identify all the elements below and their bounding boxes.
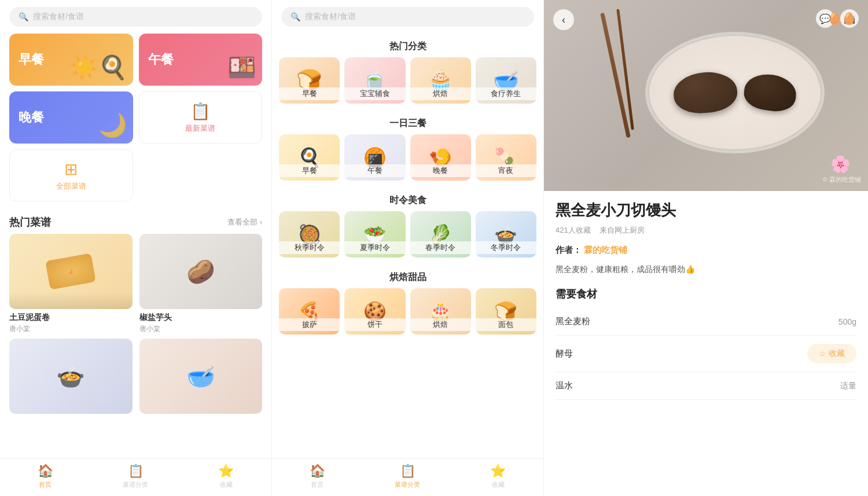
recipe-author-1: 唐小棠 [9,324,133,334]
search-placeholder-panel1: 搜索食材/食谱 [33,12,84,22]
nav-category-label-panel1: 菜谱分类 [123,480,148,489]
recipe-watermark: © 霖的吃货铺 [823,175,861,184]
ingredient-amount-3: 适量 [840,381,856,391]
nav-category-panel2[interactable]: 📋 菜谱分类 [362,464,453,489]
seasonal-autumn[interactable]: 🥘 秋季时令 [279,211,340,258]
category-icon-panel1: 📋 [128,464,144,479]
category-all-recipes[interactable]: ⊞ 全部菜谱 [9,149,133,201]
baking-pizza[interactable]: 🍕 披萨 [279,288,340,335]
search-bar-panel2[interactable]: 🔍 搜索食材/食谱 [281,7,534,27]
category-breakfast-icon: ☀️🍳 [69,54,127,81]
hot-cat-health[interactable]: 🥣 食疗养生 [476,57,536,104]
category-breakfast[interactable]: 早餐 ☀️🍳 [9,34,133,86]
hot-cat-baking[interactable]: 🧁 烘焙 [410,57,471,104]
nav-home-label-panel2: 首页 [311,480,323,489]
recipe-author-name: 霖的吃货铺 [584,245,627,255]
hot-cat-health-label: 食疗养生 [476,87,536,100]
recipe-grid: 🥚 土豆泥蛋卷 唐小棠 🥔 椒盐芋头 唐小棠 [0,234,271,339]
ingredient-name-1: 黑全麦粉 [556,316,590,327]
nav-home-panel2[interactable]: 🏠 首页 [272,464,362,489]
seasonal-summer[interactable]: 🥗 夏季时令 [344,211,405,258]
baking-pizza-label: 披萨 [279,318,340,331]
seasonal-winter[interactable]: 🍲 冬季时令 [476,211,536,258]
seasonal-autumn-label: 秋季时令 [279,241,340,254]
recipe-meta: 421人收藏 来自网上厨房 [556,225,856,236]
nav-home-panel1[interactable]: 🏠 首页 [0,464,90,489]
recipe-name-1: 土豆泥蛋卷 [9,313,133,323]
nav-category-label-panel2: 菜谱分类 [395,480,420,489]
hot-cat-breakfast[interactable]: 🍞 早餐 [279,57,340,104]
baking-cookie[interactable]: 🍪 饼干 [344,288,405,335]
ingredient-amount-1: 500g [838,317,856,326]
nav-collect-label-panel2: 收藏 [492,480,505,489]
category-dinner[interactable]: 晚餐 🌙 [9,91,133,144]
recipe-card-3[interactable]: 🍲 [9,339,133,414]
hot-cat-breakfast-label: 早餐 [279,87,340,100]
meal-night[interactable]: 🍡 宵夜 [476,134,536,181]
back-icon: ‹ [562,14,565,26]
collect-label: 收藏 [829,348,845,359]
bottom-nav-panel1: 🏠 首页 📋 菜谱分类 ⭐ 收藏 [0,458,271,496]
recipe-hero-image: 🌸 🥚🥚 ‹ 💬 📷 © 霖的吃货铺 [544,0,868,191]
meal-breakfast-label: 早餐 [279,164,340,177]
collect-button[interactable]: ☆ 收藏 [807,344,856,363]
meal-breakfast[interactable]: 🍳 早餐 [279,134,340,181]
category-dinner-label: 晚餐 [19,109,44,126]
search-icon-panel2: 🔍 [290,12,300,21]
bottom-nav-panel2: 🏠 首页 📋 菜谱分类 ⭐ 收藏 [272,458,543,496]
section-hot-categories: 热门分类 [272,34,543,57]
panel-recipe-detail: 🌸 🥚🥚 ‹ 💬 📷 © 霖的吃货铺 黑全麦小刀切馒头 421人收藏 来自网上厨… [544,0,868,496]
category-lunch[interactable]: 午餐 🍱 [139,34,263,86]
recipe-description: 黑全麦粉，健康粗粮，成品很有嚼劲👍 [556,263,856,275]
back-button[interactable]: ‹ [553,9,574,30]
category-breakfast-label: 早餐 [19,51,44,68]
hot-cat-baby-label: 宝宝辅食 [344,87,405,100]
meal-lunch[interactable]: 🍘 午餐 [344,134,405,181]
nav-collect-panel2[interactable]: ⭐ 收藏 [453,464,543,489]
ingredient-row-2: 酵母 ☆ 收藏 [556,336,856,372]
ingredient-name-3: 温水 [556,380,573,391]
recipe-card-4[interactable]: 🥣 [139,339,263,414]
recipe-author-2: 唐小棠 [139,324,263,334]
home-icon-panel2: 🏠 [310,464,325,479]
panel-category: 🔍 搜索食材/食谱 热门分类 🍞 早餐 🍵 宝宝辅食 🧁 烘焙 🥣 食疗养生 [272,0,544,496]
search-placeholder-panel2: 搜索食材/食谱 [305,12,356,22]
ingredients-title: 需要食材 [556,287,856,301]
seasonal-spring[interactable]: 🥬 春季时令 [410,211,471,258]
nav-home-label-panel1: 首页 [39,480,52,489]
section-seasonal: 时令美食 [272,188,543,211]
hot-recipes-more[interactable]: 查看全部 › [227,217,262,227]
hot-recipes-title: 热门菜谱 [9,215,51,229]
recipe-img-2: 🥔 [139,234,263,309]
panel-home: 🔍 搜索食材/食谱 早餐 ☀️🍳 午餐 🍱 晚餐 🌙 📋 最新菜谱 ⊞ 全部菜谱 [0,0,272,496]
baking-cookie-label: 饼干 [344,318,405,331]
section-baking-dessert: 烘焙甜品 [272,264,543,288]
baking-dessert-grid: 🍕 披萨 🍪 饼干 🎂 烘焙 🍞 面包 [272,288,543,341]
category-icon-panel2: 📋 [400,464,415,479]
ingredient-name-2: 酵母 [556,348,573,359]
meal-dinner[interactable]: 🍤 晚餐 [410,134,471,181]
baking-cake-label: 烘焙 [410,318,471,331]
category-new-recipes[interactable]: 📋 最新菜谱 [139,91,263,144]
category-grid: 早餐 ☀️🍳 午餐 🍱 晚餐 🌙 📋 最新菜谱 ⊞ 全部菜谱 [0,34,271,211]
recipe-card-2[interactable]: 🥔 椒盐芋头 唐小棠 [139,234,263,334]
baking-bread[interactable]: 🍞 面包 [476,288,536,335]
three-meals-grid: 🍳 早餐 🍘 午餐 🍤 晚餐 🍡 宵夜 [272,134,543,188]
meal-lunch-label: 午餐 [344,164,405,177]
search-icon-panel1: 🔍 [19,12,28,21]
ingredient-row-1: 黑全麦粉 500g [556,308,856,336]
recipe-source: 来自网上厨房 [599,226,645,234]
star-icon: ☆ [819,349,826,358]
recipe-content: 黑全麦小刀切馒头 421人收藏 来自网上厨房 作者： 霖的吃货铺 黑全麦粉，健康… [544,191,868,409]
recipe-img-1: 🥚 [9,234,133,309]
all-recipes-icon: ⊞ [64,160,78,179]
baking-cake[interactable]: 🎂 烘焙 [410,288,471,335]
new-recipes-icon: 📋 [190,102,211,121]
recipe-card-1[interactable]: 🥚 土豆泥蛋卷 唐小棠 [9,234,133,334]
nav-category-panel1[interactable]: 📋 菜谱分类 [90,464,181,489]
search-bar-panel1[interactable]: 🔍 搜索食材/食谱 [9,7,262,27]
seasonal-winter-label: 冬季时令 [476,241,536,254]
category-dinner-icon: 🌙 [98,112,127,139]
nav-collect-panel1[interactable]: ⭐ 收藏 [181,464,271,489]
hot-cat-baby-food[interactable]: 🍵 宝宝辅食 [344,57,405,104]
